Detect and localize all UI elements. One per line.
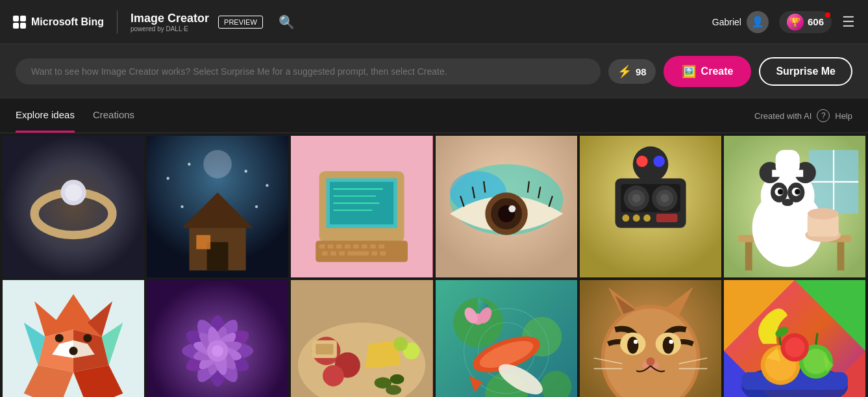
app-info: Image Creator powered by DALL·E <box>130 12 209 32</box>
app-title: Image Creator <box>130 12 209 25</box>
svg-line-194 <box>816 333 817 344</box>
search-bar-section: ⚡ 98 🖼️ Create Surprise Me <box>0 44 868 99</box>
svg-point-137 <box>323 365 344 387</box>
svg-point-172 <box>669 340 673 344</box>
svg-rect-67 <box>656 214 677 222</box>
boost-icon: ⚡ <box>617 64 632 79</box>
svg-rect-28 <box>345 244 351 249</box>
create-button[interactable]: 🖼️ Create <box>663 56 752 87</box>
image-cell-fruits[interactable] <box>724 280 865 397</box>
notification-dot <box>825 12 830 18</box>
svg-point-139 <box>390 374 404 384</box>
image-cell-robot[interactable] <box>580 136 721 277</box>
coins-count: 606 <box>808 16 824 27</box>
svg-point-62 <box>636 156 647 167</box>
svg-point-83 <box>778 189 784 195</box>
image-cell-computer[interactable] <box>291 136 432 277</box>
search-input[interactable] <box>31 66 585 77</box>
image-cell-tiger[interactable] <box>580 280 721 397</box>
search-input-wrapper <box>16 58 601 84</box>
svg-point-105 <box>83 334 92 342</box>
search-icon[interactable]: 🔍 <box>279 14 295 30</box>
svg-rect-87 <box>775 150 799 175</box>
svg-point-103 <box>69 347 78 355</box>
svg-point-65 <box>632 214 639 222</box>
svg-rect-30 <box>362 244 367 249</box>
boost-badge[interactable]: ⚡ 98 <box>608 59 656 84</box>
svg-point-64 <box>622 214 629 222</box>
svg-point-145 <box>394 337 408 351</box>
svg-point-170 <box>662 337 673 353</box>
svg-rect-36 <box>348 251 369 256</box>
create-button-icon: 🖼️ <box>682 64 696 79</box>
svg-rect-37 <box>372 251 378 256</box>
coins-badge[interactable]: 🏆 606 <box>779 11 832 33</box>
svg-point-12 <box>245 170 247 172</box>
help-circle-icon[interactable]: ? <box>817 109 830 122</box>
svg-point-11 <box>188 162 190 165</box>
surprise-me-button[interactable]: Surprise Me <box>759 57 852 86</box>
svg-point-13 <box>266 184 268 186</box>
svg-point-3 <box>65 184 82 201</box>
header-right: Gabriel 👤 🏆 606 ☰ <box>712 11 855 33</box>
avatar: 👤 <box>747 11 769 33</box>
svg-rect-25 <box>319 244 325 249</box>
svg-point-174 <box>646 357 654 366</box>
created-with-ai-label: Created with AI <box>754 111 812 121</box>
header-divider <box>117 10 118 34</box>
bing-logo-text: Microsoft Bing <box>31 16 104 28</box>
user-profile[interactable]: Gabriel 👤 <box>712 11 769 33</box>
svg-rect-0 <box>3 136 144 277</box>
svg-rect-38 <box>380 251 386 256</box>
svg-point-191 <box>785 338 805 358</box>
image-cell-food[interactable] <box>291 280 432 397</box>
svg-point-63 <box>653 156 664 167</box>
hamburger-menu-icon[interactable]: ☰ <box>842 14 855 31</box>
coins-icon: 🏆 <box>787 14 804 31</box>
user-name: Gabriel <box>712 17 741 27</box>
svg-rect-73 <box>745 242 752 271</box>
tab-explore-ideas[interactable]: Explore ideas <box>16 99 75 133</box>
image-cell-koi[interactable] <box>436 280 577 397</box>
tabs-bar: Explore ideas Creations Created with AI … <box>0 99 868 133</box>
image-cell-fox[interactable] <box>3 280 144 397</box>
help-link[interactable]: Help <box>835 111 852 121</box>
bing-grid-icon <box>13 16 26 29</box>
tab-creations[interactable]: Creations <box>93 99 134 133</box>
svg-point-66 <box>643 214 651 222</box>
svg-point-140 <box>386 385 402 395</box>
image-cell-ring[interactable] <box>3 136 144 277</box>
app-subtitle: powered by DALL·E <box>130 25 209 32</box>
svg-rect-35 <box>340 251 345 256</box>
header: Microsoft Bing Image Creator powered by … <box>0 0 868 44</box>
svg-rect-27 <box>336 244 342 249</box>
svg-rect-31 <box>371 244 377 249</box>
svg-rect-33 <box>322 251 328 256</box>
image-cell-eye[interactable] <box>436 136 577 277</box>
svg-point-104 <box>55 334 64 342</box>
svg-point-171 <box>634 340 638 344</box>
svg-point-132 <box>212 346 223 357</box>
svg-point-9 <box>203 150 232 179</box>
svg-point-84 <box>795 189 800 195</box>
tabs-right: Created with AI ? Help <box>754 109 852 122</box>
svg-point-10 <box>167 177 169 179</box>
svg-rect-29 <box>353 244 359 249</box>
svg-point-60 <box>660 194 669 202</box>
image-cell-panda[interactable] <box>724 136 865 277</box>
image-grid <box>0 133 868 397</box>
image-cell-flower[interactable] <box>147 280 288 397</box>
svg-point-57 <box>632 194 640 202</box>
svg-rect-8 <box>197 235 211 250</box>
image-cell-cabin[interactable] <box>147 136 288 277</box>
svg-rect-32 <box>379 244 385 249</box>
svg-point-169 <box>627 337 638 353</box>
boost-count: 98 <box>636 66 647 77</box>
svg-rect-26 <box>328 244 334 249</box>
svg-point-45 <box>508 205 515 212</box>
svg-rect-74 <box>837 242 844 271</box>
svg-point-15 <box>255 205 258 208</box>
svg-point-14 <box>181 205 184 208</box>
bing-logo[interactable]: Microsoft Bing <box>13 16 104 29</box>
svg-rect-143 <box>316 344 334 354</box>
